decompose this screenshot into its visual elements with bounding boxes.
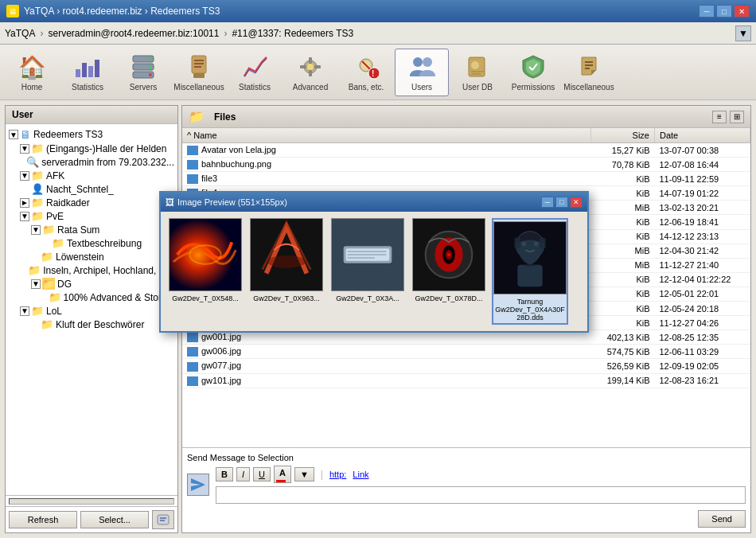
- send-button[interactable]: Send: [698, 510, 746, 528]
- svg-rect-18: [300, 65, 306, 68]
- image-thumb-4[interactable]: Gw2Dev_T_0X78D...: [411, 218, 487, 325]
- image-4: [412, 218, 485, 291]
- tool-misc2[interactable]: Miscellaneous: [562, 49, 616, 96]
- message-label: Send Message to Selection: [187, 453, 746, 462]
- tree-label-root: Redeemers TS3: [33, 129, 103, 140]
- tree-item-dg[interactable]: ▼ 📁 DG: [9, 277, 174, 290]
- link-http[interactable]: http:: [329, 470, 346, 479]
- file-size-cell: 402,13 KiB: [591, 330, 655, 345]
- table-row[interactable]: gw101.jpg199,14 KiB12-08-23 16:21: [182, 373, 750, 388]
- tree-item-eingangs[interactable]: ▼ 📁 (Eingangs-)Halle der Helden: [9, 142, 174, 155]
- expand-afk[interactable]: ▼: [20, 171, 29, 181]
- file-date-cell: 13-02-13 20:21: [655, 201, 750, 215]
- tool-users[interactable]: Users: [395, 49, 449, 96]
- col-size[interactable]: Size: [591, 128, 655, 143]
- link-label[interactable]: Link: [353, 470, 368, 479]
- table-row[interactable]: gw006.jpg574,75 KiB12-06-11 03:29: [182, 345, 750, 359]
- tree-item-rata[interactable]: ▼ 📁 Rata Sum: [9, 223, 174, 236]
- expand-lol[interactable]: ▼: [20, 306, 29, 316]
- image-thumb-3[interactable]: Gw2Dev_T_0X3A...: [329, 218, 406, 325]
- expand-dg[interactable]: ▼: [31, 279, 41, 289]
- tree-item-low[interactable]: 📁 Löwenstein: [9, 250, 174, 263]
- tree-item-nacht[interactable]: 👤 Nacht_Schntel_: [9, 182, 174, 196]
- files-view-grid-btn[interactable]: ⊞: [730, 111, 744, 123]
- col-date[interactable]: Date: [655, 128, 750, 143]
- tree-item-advanced100[interactable]: 📁 100% Advanced & Stoned: [9, 290, 174, 304]
- expand-pve[interactable]: ▼: [20, 212, 29, 221]
- file-size-cell: 15,27 KiB: [591, 143, 655, 158]
- files-view-list-btn[interactable]: ≡: [712, 111, 727, 123]
- svg-point-57: [447, 253, 450, 256]
- table-row[interactable]: file3KiB11-09-11 22:59: [182, 172, 750, 186]
- image-thumb-5[interactable]: TarnungGw2Dev_T_0X4A30F28D.dds: [492, 218, 568, 325]
- expand-rata[interactable]: ▼: [31, 225, 41, 235]
- svg-point-20: [307, 64, 314, 70]
- tree-item-root[interactable]: ▼ 🖥 Redeemers TS3: [9, 127, 174, 142]
- tool-home[interactable]: 🏠 Home: [5, 49, 59, 96]
- dialog-close-btn[interactable]: ✕: [570, 197, 583, 208]
- select-button[interactable]: Select...: [80, 511, 149, 528]
- message-compose: B I U A ▼ | http: Link: [216, 466, 746, 504]
- address-dropdown[interactable]: ▼: [735, 25, 751, 41]
- user-tree[interactable]: ▼ 🖥 Redeemers TS3 ▼ 📁 (Eingangs-)Halle d…: [6, 124, 177, 495]
- tool-misc1[interactable]: Miscellaneous: [172, 49, 226, 96]
- user-panel-extra-btn[interactable]: [152, 510, 174, 529]
- table-row[interactable]: bahnbuchung.png70,78 KiB12-07-08 16:44: [182, 158, 750, 172]
- bans-icon: !: [352, 53, 380, 81]
- image-thumb-1[interactable]: Gw2Dev_T_0X548...: [167, 218, 244, 325]
- italic-button[interactable]: I: [236, 467, 250, 481]
- home-icon: 🏠: [18, 53, 46, 81]
- tree-item-pve[interactable]: ▼ 📁 PvE: [9, 209, 174, 223]
- tool-advanced[interactable]: Advanced: [283, 49, 337, 96]
- file-name-cell: gw077.jpg: [182, 359, 591, 373]
- tree-label-dg: DG: [57, 279, 72, 290]
- expand-root[interactable]: ▼: [9, 130, 18, 139]
- tree-label-afk: AFK: [46, 170, 64, 181]
- message-input[interactable]: [216, 486, 746, 504]
- tree-item-lol[interactable]: ▼ 📁 LoL: [9, 304, 174, 318]
- tree-item-kluft[interactable]: 📁 Kluft der Beschwörer: [9, 318, 174, 331]
- refresh-button[interactable]: Refresh: [9, 511, 77, 528]
- dialog-maximize-btn[interactable]: □: [555, 197, 568, 208]
- table-row[interactable]: gw077.jpg526,59 KiB12-09-19 02:05: [182, 359, 750, 373]
- tool-permissions[interactable]: Permissions: [506, 49, 560, 96]
- table-row[interactable]: Avatar von Lela.jpg15,27 KiB13-07-07 00:…: [182, 143, 750, 158]
- tool-userdb[interactable]: User DB: [450, 49, 505, 96]
- file-date-cell: 11-12-27 04:26: [655, 316, 750, 330]
- minimize-button[interactable]: ─: [699, 5, 715, 18]
- file-date-cell: 11-09-11 22:59: [655, 172, 750, 186]
- tool-statistics2[interactable]: Statistics: [228, 49, 282, 96]
- dialog-minimize-btn[interactable]: ─: [541, 197, 554, 208]
- col-name[interactable]: ^ Name: [182, 128, 591, 143]
- tree-item-afk[interactable]: ▼ 📁 AFK: [9, 169, 174, 182]
- tool-bans[interactable]: ! Bans, etc.: [339, 49, 393, 96]
- svg-rect-0: [76, 69, 80, 77]
- tool-users-label: Users: [411, 83, 432, 92]
- tree-item-inseln[interactable]: 📁 Inseln, Archipel, Hochland, Dur: [9, 263, 174, 277]
- tool-home-label: Home: [21, 83, 43, 92]
- file-size-cell: KiB: [591, 229, 655, 244]
- tree-item-text[interactable]: 📁 Textbeschreibung: [9, 236, 174, 250]
- svg-point-27: [423, 57, 432, 67]
- tree-item-raidkader[interactable]: ► 📁 Raidkader: [9, 196, 174, 209]
- color-dropdown-btn[interactable]: ▼: [294, 467, 314, 481]
- file-size-cell: MiB: [591, 244, 655, 258]
- tool-servers[interactable]: Servers: [116, 49, 170, 96]
- svg-point-61: [521, 241, 526, 246]
- user-panel-header: User: [6, 106, 177, 124]
- image-3-label: Gw2Dev_T_0X3A...: [336, 294, 399, 302]
- file-size-cell: KiB: [591, 316, 655, 330]
- send-area: B I U A ▼ | http: Link: [187, 466, 746, 504]
- close-button[interactable]: ✕: [734, 5, 750, 18]
- color-button[interactable]: A: [274, 466, 291, 483]
- maximize-button[interactable]: □: [716, 5, 732, 18]
- tree-item-serveradmin[interactable]: 🔍 serveradmin from 79.203.232...: [9, 155, 174, 169]
- bold-button[interactable]: B: [216, 467, 233, 481]
- underline-button[interactable]: U: [253, 467, 271, 481]
- image-thumb-2[interactable]: Gw2Dev_T_0X963...: [248, 218, 325, 325]
- users-icon: [407, 53, 436, 81]
- send-icon: [187, 474, 209, 496]
- expand-eingangs[interactable]: ▼: [20, 144, 29, 154]
- tool-statistics1[interactable]: Statistics: [60, 49, 115, 96]
- expand-raidkader[interactable]: ►: [20, 198, 29, 208]
